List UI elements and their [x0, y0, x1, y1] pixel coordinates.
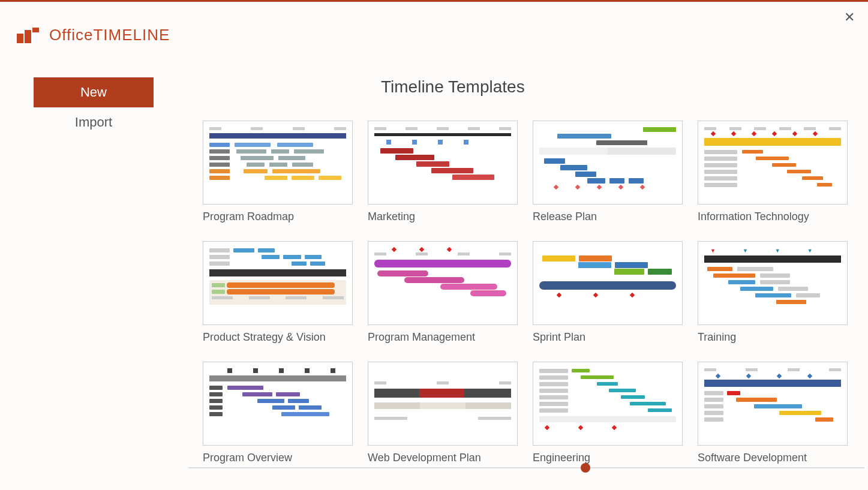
app-logo-icon: [17, 28, 41, 43]
svg-rect-2: [32, 28, 39, 32]
template-thumb: ▼▼▼▼: [698, 241, 848, 325]
template-thumb: [368, 241, 518, 325]
template-marketing[interactable]: Marketing: [368, 121, 518, 223]
template-thumb: [533, 362, 683, 446]
app-title: OfficeTIMELINE: [49, 26, 170, 44]
template-software-development[interactable]: Software Development: [698, 362, 848, 464]
template-thumb: [203, 241, 353, 325]
template-engineering[interactable]: Engineering: [533, 362, 683, 464]
template-thumb: [533, 121, 683, 205]
template-program-management[interactable]: Program Management: [368, 241, 518, 344]
template-release-plan[interactable]: Release Plan: [533, 121, 683, 223]
template-training[interactable]: ▼▼▼▼ Training: [698, 241, 848, 344]
template-label: Training: [698, 331, 848, 344]
nav-item-new[interactable]: New: [34, 77, 154, 107]
template-label: Sprint Plan: [533, 331, 683, 344]
template-grid: Program Roadmap: [186, 121, 862, 464]
template-label: Marketing: [368, 211, 518, 223]
template-label: Web Development Plan: [368, 452, 518, 464]
template-thumb: [203, 121, 353, 205]
template-label: Program Management: [368, 331, 518, 344]
svg-rect-0: [17, 34, 23, 43]
template-web-development-plan[interactable]: Web Development Plan: [368, 362, 518, 464]
svg-rect-1: [25, 30, 31, 43]
template-program-roadmap[interactable]: Program Roadmap: [203, 121, 353, 223]
section-title: Timeline Templates: [381, 77, 862, 97]
app-header: OfficeTIMELINE: [0, 2, 868, 44]
template-thumb: [368, 362, 518, 446]
sidebar-nav: New Import: [0, 77, 186, 464]
template-label: Product Strategy & Vision: [203, 331, 353, 344]
template-label: Software Development: [698, 452, 848, 464]
horizontal-scrollbar[interactable]: [188, 467, 864, 468]
template-label: Engineering: [533, 452, 683, 464]
template-product-strategy-vision[interactable]: Product Strategy & Vision: [203, 241, 353, 344]
template-sprint-plan[interactable]: Sprint Plan: [533, 241, 683, 344]
template-thumb: [368, 121, 518, 205]
template-label: Program Overview: [203, 452, 353, 464]
template-thumb: [533, 241, 683, 325]
template-thumb: [698, 362, 848, 446]
template-program-overview[interactable]: Program Overview: [203, 362, 353, 464]
template-thumb: [698, 121, 848, 205]
template-label: Information Technology: [698, 211, 848, 223]
template-thumb: [203, 362, 353, 446]
template-label: Release Plan: [533, 211, 683, 223]
nav-item-import[interactable]: Import: [34, 107, 154, 137]
template-information-technology[interactable]: Information Technology: [698, 121, 848, 223]
close-button[interactable]: ✕: [844, 11, 855, 24]
template-label: Program Roadmap: [203, 211, 353, 223]
scrollbar-thumb[interactable]: [581, 463, 590, 473]
